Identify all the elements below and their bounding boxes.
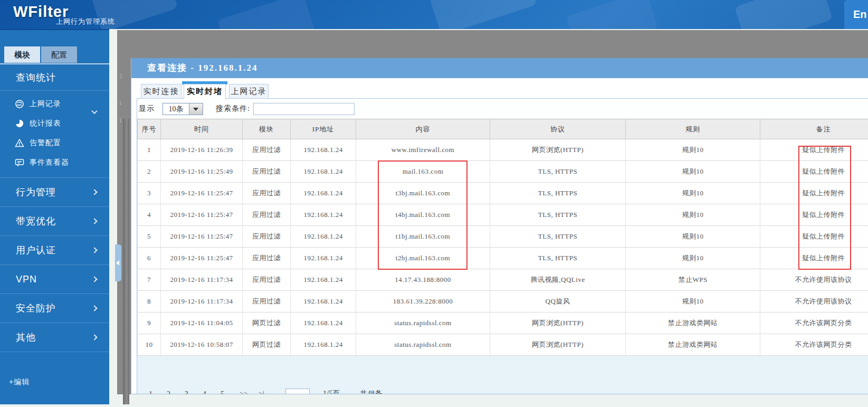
table-row: 92019-12-16 11:04:05网页过滤192.168.1.24stat… (138, 313, 868, 334)
language-toggle-button[interactable]: En (844, 0, 868, 29)
table-row: 62019-12-16 11:25:47应用过滤192.168.1.24t2bj… (138, 248, 868, 269)
table-cell: 应用过滤 (243, 291, 291, 313)
table-cell: t4bj.mail.163.com (356, 204, 490, 226)
sidebar-item-query-stats[interactable]: 查询统计 (0, 64, 109, 91)
tab-realtime-blocking[interactable]: 实时封堵 (184, 84, 226, 99)
total-count: 共48条 (360, 389, 382, 394)
dropdown-arrow-button[interactable] (189, 103, 203, 115)
page-button-1[interactable]: 1 (149, 390, 152, 394)
table-cell: 疑似上传附件 (760, 139, 868, 161)
tab-panel: 显示 10条 搜索条件: 序号时间模块IP地址内容协议规则备注 12019-12… (137, 98, 868, 394)
last-page-button[interactable]: >| (259, 390, 264, 394)
next-pages-button[interactable]: >> (240, 390, 248, 394)
column-header: 模块 (243, 119, 291, 139)
sidebar-item-alert-config[interactable]: 告警配置 (0, 133, 109, 153)
top-header: WFilter 上网行为管理系统 En (0, 0, 868, 29)
table-cell: 应用过滤 (243, 139, 291, 161)
edit-menu-link[interactable]: +编辑 (9, 377, 30, 387)
table-cell: 应用过滤 (243, 183, 291, 204)
sidebar-item-statistics-report[interactable]: 统计报表 (0, 113, 109, 133)
table-cell: 疑似上传附件 (760, 183, 868, 204)
column-header: 序号 (138, 119, 161, 139)
sidebar-item-vpn[interactable]: VPN (0, 265, 109, 294)
table-cell: 不允许该网页分类 (760, 334, 868, 356)
column-header: 备注 (760, 119, 868, 139)
table-cell: 7 (138, 269, 161, 291)
sidebar-item-behavior-mgmt[interactable]: 行为管理 (0, 178, 109, 207)
table-cell: www.imfirewall.com (356, 139, 490, 161)
caret-down-icon (193, 108, 198, 111)
sidebar-item-bandwidth-opt[interactable]: 带宽优化 (0, 207, 109, 236)
background-digit: 1 (119, 99, 122, 107)
table-cell: 2019-12-16 11:04:05 (161, 313, 243, 334)
page-button-2[interactable]: 2 (167, 390, 170, 394)
chevron-right-icon (91, 276, 97, 282)
blocking-records-table: 序号时间模块IP地址内容协议规则备注 12019-12-16 11:26:39应… (137, 119, 868, 356)
table-row: 32019-12-16 11:25:47应用过滤192.168.1.24t3bj… (138, 183, 868, 204)
sidebar-collapse-handle[interactable] (115, 244, 121, 281)
table-cell: 192.168.1.24 (291, 248, 356, 269)
table-cell: 疑似上传附件 (760, 204, 868, 226)
sidebar-item-user-auth[interactable]: 用户认证 (0, 236, 109, 265)
table-cell: 2 (138, 161, 161, 183)
table-cell: 14.17.43.188:8000 (356, 269, 490, 291)
tab-web-records[interactable]: 上网记录 (229, 84, 269, 99)
table-cell: 2019-12-16 11:25:47 (161, 183, 243, 204)
table-cell: 2019-12-16 11:25:47 (161, 204, 243, 226)
table-cell: 应用过滤 (243, 226, 291, 248)
table-cell: 应用过滤 (243, 161, 291, 183)
chevron-right-icon (91, 189, 97, 195)
page-button-4[interactable]: 4 (203, 390, 206, 394)
show-label: 显示 (139, 104, 155, 113)
table-cell: 192.168.1.24 (291, 313, 356, 334)
table-row: 42019-12-16 11:25:47应用过滤192.168.1.24t4bj… (138, 204, 868, 226)
keyboard-texture (217, 0, 316, 29)
page-button-3[interactable]: 3 (185, 390, 188, 394)
page-info: 1/5页 (323, 389, 340, 394)
table-row: 52019-12-16 11:25:47应用过滤192.168.1.24t1bj… (138, 226, 868, 248)
table-cell: 192.168.1.24 (291, 204, 356, 226)
column-header: 规则 (626, 119, 760, 139)
table-cell: 规则10 (626, 248, 760, 269)
sidebar: 模块 配置 查询统计 上网记录 统计报表 告警配置 (0, 29, 109, 404)
table-cell: 192.168.1.24 (291, 139, 356, 161)
page-size-value: 10条 (163, 103, 189, 115)
page-size-select[interactable]: 10条 (163, 103, 203, 115)
column-header: 内容 (356, 119, 490, 139)
alert-icon (14, 138, 25, 148)
table-cell: TLS, HTTPS (490, 226, 626, 248)
table-cell: 192.168.1.24 (291, 183, 356, 204)
search-input[interactable] (253, 103, 355, 115)
pagination-bar: 1 2 3 4 5 >> >| 1/5页 共48条 (137, 356, 868, 394)
table-cell: 2019-12-16 11:17:34 (161, 269, 243, 291)
table-cell: 6 (138, 248, 161, 269)
keyboard-texture (566, 0, 658, 29)
table-cell: t3bj.mail.163.com (356, 183, 490, 204)
column-header: 时间 (161, 119, 243, 139)
tab-realtime-connections[interactable]: 实时连接 (141, 84, 182, 99)
column-header: 协议 (490, 119, 626, 139)
chevron-left-icon (116, 260, 119, 266)
chevron-right-icon (91, 305, 97, 311)
sidebar-tab-config[interactable]: 配置 (41, 46, 77, 63)
table-cell: 网页过滤 (243, 334, 291, 356)
table-header-row: 序号时间模块IP地址内容协议规则备注 (138, 119, 868, 139)
table-cell: 192.168.1.24 (291, 291, 356, 313)
table-cell: mail.163.com (356, 161, 490, 183)
sidebar-item-security[interactable]: 安全防护 (0, 294, 109, 323)
page-button-5[interactable]: 5 (221, 390, 224, 394)
sidebar-item-other[interactable]: 其他 (0, 323, 109, 352)
table-cell: 不允许使用该协议 (760, 269, 868, 291)
table-cell: 规则10 (626, 183, 760, 204)
sidebar-item-event-viewer[interactable]: 事件查看器 (0, 153, 109, 172)
table-cell: 5 (138, 226, 161, 248)
table-cell: 应用过滤 (243, 204, 291, 226)
dialog-title: 查看连接 - 192.168.1.24 (131, 58, 868, 78)
sidebar-tab-modules[interactable]: 模块 (4, 46, 40, 63)
events-icon (14, 158, 25, 167)
table-cell: 不允许该网页分类 (760, 313, 868, 334)
page-number-input[interactable] (285, 389, 310, 394)
background-scrollbar[interactable] (123, 119, 129, 404)
column-header: IP地址 (291, 119, 356, 139)
table-cell: 8 (138, 291, 161, 313)
